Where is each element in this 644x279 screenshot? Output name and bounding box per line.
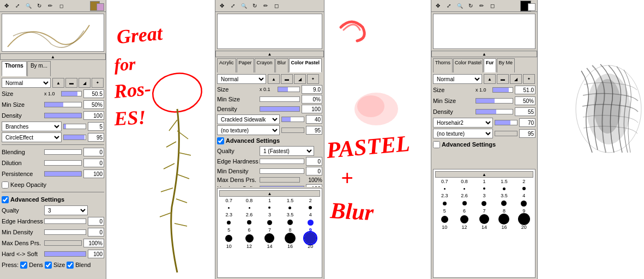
density-value-left[interactable] <box>83 111 104 120</box>
shape-scatter[interactable]: ✦ <box>92 78 104 88</box>
shape-round-mid[interactable]: ▲ <box>268 74 280 84</box>
rdot-35[interactable] <box>495 199 513 207</box>
rdot-1[interactable] <box>475 185 493 192</box>
dot-grid-scroll-up-mid[interactable]: ▲ <box>219 190 320 197</box>
mid-tool-2[interactable]: ⤢ <box>228 1 238 11</box>
right-tool-2[interactable]: ⤢ <box>444 1 454 11</box>
blend-mode-select[interactable]: Normal <box>2 78 51 88</box>
persistence-slider[interactable] <box>44 171 82 177</box>
min-size-slider-mid[interactable] <box>260 96 300 102</box>
hard-soft-slider-mid[interactable] <box>260 186 304 187</box>
tab-color-pastel[interactable]: Color Pastel <box>289 58 322 72</box>
circle-slider[interactable] <box>63 135 86 140</box>
right-color-bg[interactable] <box>528 3 535 11</box>
edge-hardness-slider-mid[interactable] <box>260 159 304 164</box>
horsehair-track-right[interactable] <box>495 120 517 125</box>
min-size-value-right[interactable] <box>515 96 535 105</box>
min-density-value-left[interactable] <box>88 228 104 236</box>
no-texture-value-mid[interactable] <box>306 126 322 135</box>
right-tool-4[interactable]: ↻ <box>466 1 476 11</box>
circle-value[interactable] <box>88 133 104 142</box>
texture-value-mid[interactable] <box>306 115 322 124</box>
dot-08[interactable] <box>239 204 258 211</box>
no-texture-slider-right[interactable] <box>495 131 517 136</box>
rdot-6[interactable] <box>455 215 473 223</box>
horsehair-value-right[interactable] <box>519 118 535 127</box>
tab-by-me[interactable]: By m... <box>27 61 51 76</box>
min-density-slider-mid[interactable] <box>260 168 304 174</box>
shape-angled-mid[interactable]: ◢ <box>294 74 306 84</box>
edge-hardness-track-mid[interactable] <box>260 159 304 164</box>
mid-tool-5[interactable]: ✏ <box>261 1 270 11</box>
rdot-23[interactable] <box>435 199 454 207</box>
rdot-8[interactable] <box>495 215 513 223</box>
dot-8[interactable] <box>280 234 299 242</box>
tab-thorns-right[interactable]: Thorns <box>433 58 453 72</box>
dens-check-left[interactable] <box>20 262 27 269</box>
edge-hardness-slider-left[interactable] <box>44 219 86 224</box>
no-texture-track-right[interactable] <box>495 131 517 136</box>
edge-hardness-track-left[interactable] <box>44 219 86 224</box>
size-value-mid[interactable] <box>302 85 322 94</box>
left-canvas[interactable]: Great for Ros- ES! <box>106 0 215 279</box>
middle-canvas[interactable]: PASTEL + Blur <box>324 0 431 279</box>
tab-fur-right[interactable]: Fur <box>484 58 496 72</box>
tab-acrylic[interactable]: Acrylic <box>217 58 236 72</box>
density-value-mid[interactable] <box>302 105 322 113</box>
min-density-value-mid[interactable] <box>306 167 322 175</box>
scroll-up-right[interactable]: ▲ <box>431 51 537 57</box>
scroll-up-mid[interactable]: ▲ <box>215 51 324 57</box>
dot-5[interactable] <box>219 234 238 242</box>
dot-4[interactable] <box>301 219 320 226</box>
branches-track-left[interactable] <box>63 124 86 129</box>
quality-select-left[interactable]: 3 <box>44 205 88 215</box>
horsehair-slider-right[interactable] <box>495 120 517 125</box>
blending-track[interactable] <box>44 149 82 155</box>
hard-soft-value-mid[interactable] <box>306 184 322 187</box>
branches-slider-left[interactable] <box>63 124 86 129</box>
bg-color[interactable] <box>97 3 104 11</box>
dot-7[interactable] <box>260 234 279 242</box>
right-tool-1[interactable]: ✥ <box>433 1 443 11</box>
rdot-07[interactable] <box>435 185 454 192</box>
min-density-track-left[interactable] <box>44 229 86 235</box>
shape-scatter-right[interactable]: ✦ <box>523 74 535 84</box>
tab-crayon[interactable]: Crayon <box>255 58 275 72</box>
dot-15[interactable] <box>280 204 299 211</box>
hard-soft-track-left[interactable] <box>44 251 86 257</box>
eraser-tool[interactable]: ◻ <box>56 1 66 11</box>
persistence-value[interactable] <box>83 169 104 178</box>
branches-select-left[interactable]: Branches <box>2 122 62 131</box>
shape-round-right[interactable]: ▲ <box>484 74 496 84</box>
advanced-settings-check-mid[interactable] <box>217 137 224 144</box>
shape-flat-mid[interactable]: ▬ <box>281 74 293 84</box>
pen-tool[interactable]: ✏ <box>45 1 55 11</box>
dot-grid-scroll-up-right[interactable]: ▲ <box>435 171 533 178</box>
blend-check-left[interactable] <box>67 262 74 269</box>
rdot-3[interactable] <box>475 199 493 207</box>
keep-opacity-check[interactable] <box>2 181 9 189</box>
min-size-value-mid[interactable] <box>302 95 322 104</box>
rdot-9[interactable] <box>515 215 533 223</box>
right-canvas[interactable] <box>538 0 644 279</box>
right-tool-3[interactable]: 🔍 <box>455 1 465 11</box>
max-dens-track-left[interactable] <box>44 240 82 246</box>
advanced-settings-check-right[interactable] <box>433 141 440 148</box>
circle-effect-select[interactable]: CircleEffect <box>2 132 62 142</box>
rdot-08[interactable] <box>455 185 473 192</box>
no-texture-select-right[interactable]: (no texture) <box>433 129 493 138</box>
min-size-slider-right[interactable] <box>476 98 513 104</box>
min-size-slider-left[interactable] <box>44 102 82 107</box>
edge-hardness-value-mid[interactable] <box>306 157 322 166</box>
rdot-7[interactable] <box>475 215 493 223</box>
branches-value-left[interactable] <box>88 122 104 131</box>
rdot-15[interactable] <box>495 185 513 192</box>
circle-track[interactable] <box>63 135 86 140</box>
mid-tool-4[interactable]: ↻ <box>250 1 260 11</box>
move-tool[interactable]: ✥ <box>2 1 11 11</box>
right-tool-6[interactable]: ◻ <box>487 1 497 11</box>
no-texture-value-right[interactable] <box>519 129 535 138</box>
density-slider-left[interactable] <box>44 113 82 118</box>
advanced-settings-check-left[interactable] <box>2 196 9 203</box>
texture-track-mid[interactable] <box>281 117 304 122</box>
